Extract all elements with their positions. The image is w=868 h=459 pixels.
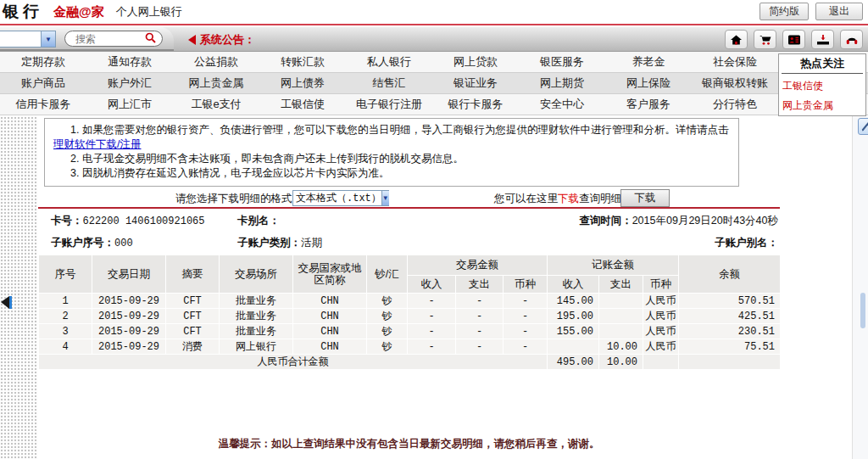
- table-cell: 155.00: [548, 324, 599, 339]
- main-content: 1. 如果您需要对您的银行资产、负债进行管理，您可以下载您的当日明细，导入工商银…: [38, 116, 852, 459]
- contacts-icon[interactable]: [782, 30, 805, 49]
- account-info-row-1: 卡号：622200 1406100921065 卡别名： 查询时间：2015年0…: [38, 214, 780, 228]
- nav-item[interactable]: 网上期货: [519, 76, 605, 91]
- nav-item[interactable]: 结售汇: [346, 76, 432, 91]
- download-button[interactable]: 下载: [620, 189, 670, 207]
- table-cell: -: [504, 309, 548, 324]
- nav-item[interactable]: 工银信使: [259, 97, 346, 112]
- logout-button[interactable]: 退出: [815, 3, 863, 20]
- nav-item[interactable]: 网上汇市: [86, 97, 173, 112]
- product-title: 个人网上银行: [116, 4, 182, 20]
- nav-item[interactable]: 网上保险: [605, 76, 692, 91]
- format-label: 请您选择下载明细的格式: [175, 192, 292, 206]
- nav-item[interactable]: 网上贵金属: [173, 76, 259, 91]
- table-row: 12015-09-29CFT批量业务CHN钞---145.00人民币570.51: [39, 294, 781, 309]
- left-gutter: [0, 116, 38, 459]
- table-cell: 人民币: [643, 294, 679, 309]
- shopping-cart-icon[interactable]: [754, 30, 776, 49]
- card-alias-label: 卡别名：: [237, 215, 280, 227]
- col-summary: 摘要: [166, 255, 220, 294]
- total-expense: 10.00: [599, 355, 643, 370]
- table-cell: 消费: [166, 339, 220, 355]
- nav-item[interactable]: 银证业务: [432, 76, 519, 91]
- chevron-down-icon[interactable]: ▼: [381, 191, 389, 205]
- search-box[interactable]: [64, 31, 163, 47]
- col-txn-income: 收入: [408, 276, 456, 294]
- nav-item[interactable]: 公益捐款: [173, 54, 259, 70]
- table-cell: [599, 324, 643, 339]
- nav-item[interactable]: 信用卡服务: [0, 97, 86, 112]
- download-link[interactable]: 下载: [558, 193, 579, 204]
- red-separator: [38, 207, 780, 209]
- mail-download-icon[interactable]: [811, 30, 834, 49]
- nav-item[interactable]: 银行卡服务: [432, 97, 519, 112]
- announcement-speaker-icon: [188, 35, 196, 45]
- scrollbar-thumb[interactable]: [860, 293, 865, 328]
- nav-item[interactable]: 私人银行: [346, 54, 432, 70]
- nav-item[interactable]: 账户商品: [0, 76, 86, 91]
- nav-item[interactable]: 账户外汇: [86, 76, 173, 91]
- chevron-down-icon[interactable]: ▼: [41, 31, 55, 47]
- nav-row: 信用卡服务网上汇市工银e支付工银信使电子银行注册银行卡服务安全中心客户服务分行特…: [0, 94, 868, 115]
- table-cell: [599, 294, 643, 309]
- table-cell: 人民币: [643, 339, 679, 355]
- nav-item[interactable]: 转账汇款: [259, 54, 346, 70]
- table-cell: 2015-09-29: [92, 294, 166, 309]
- hot-topic-link[interactable]: 网上贵金属: [779, 93, 865, 113]
- table-cell: CHN: [293, 324, 367, 339]
- nav-menu: 定期存款通知存款公益捐款转账汇款私人银行网上贷款银医服务养老金社会保险账户商品账…: [0, 51, 868, 115]
- table-cell: 2015-09-29: [92, 339, 166, 355]
- table-cell: CFT: [166, 309, 220, 324]
- total-label: 人民币合计金额: [39, 355, 548, 370]
- table-cell: -: [456, 339, 504, 355]
- table-cell: -: [456, 324, 504, 339]
- home-icon[interactable]: [725, 30, 748, 49]
- nav-item[interactable]: 养老金: [605, 54, 692, 70]
- personal-online-banking-page: 银行 金融@家 个人网上银行 简约版 退出 ▼ 系统公告：: [0, 0, 868, 459]
- download-bar: 请您选择下载明细的格式 文本格式（.txt） ▼ 您可以在这里下载查询明细结果 …: [38, 189, 780, 208]
- nav-item[interactable]: 通知存款: [86, 54, 173, 70]
- table-cell: 2015-09-29: [92, 324, 166, 339]
- warm-tip: 温馨提示：如以上查询结果中没有包含当日最新交易明细，请您稍后再查，谢谢。: [38, 437, 780, 451]
- table-cell: CHN: [293, 309, 367, 324]
- hot-topic-link[interactable]: 工银信使: [779, 74, 865, 93]
- customer-service-icon[interactable]: [840, 30, 863, 49]
- nav-item[interactable]: 电子银行注册: [346, 97, 432, 112]
- announcement-label: 系统公告：: [200, 32, 255, 48]
- hot-topics-panel: 热点关注 工银信使网上贵金属: [778, 53, 866, 116]
- format-select[interactable]: 文本格式（.txt） ▼: [292, 190, 389, 206]
- nav-item[interactable]: 分行特色: [692, 97, 778, 112]
- simple-version-button[interactable]: 简约版: [760, 3, 809, 20]
- table-cell: 145.00: [548, 294, 599, 309]
- hot-topics-list: 工银信使网上贵金属: [779, 74, 865, 113]
- col-place: 交易场所: [220, 255, 293, 294]
- query-time-value: 2015年09月29日20时43分40秒: [632, 215, 778, 227]
- finance-software-download-link[interactable]: 理财软件下载/注册: [53, 138, 141, 150]
- table-cell: -: [456, 309, 504, 324]
- table-row: 32015-09-29CFT批量业务CHN钞---155.00人民币230.51: [39, 324, 781, 339]
- edit-pencil-button[interactable]: [858, 118, 868, 135]
- brand-finance-home: 金融@家: [53, 4, 104, 20]
- table-cell: -: [408, 324, 456, 339]
- table-cell: CHN: [293, 339, 367, 355]
- nav-item[interactable]: 银商银权转账: [692, 76, 778, 91]
- nav-item[interactable]: 网上贷款: [432, 54, 519, 70]
- nav-item[interactable]: 定期存款: [0, 54, 86, 70]
- table-cell: CFT: [166, 294, 220, 309]
- col-txn-currency: 币种: [504, 276, 548, 294]
- nav-item[interactable]: 社会保险: [692, 54, 778, 70]
- nav-item[interactable]: 工银e支付: [173, 97, 259, 112]
- nav-item[interactable]: 网上债券: [259, 76, 346, 91]
- table-cell: 425.51: [679, 309, 781, 324]
- collapse-panel-arrow-icon[interactable]: [1, 296, 13, 309]
- table-row: 42015-09-29消费网上银行CHN钞---10.00人民币75.51: [39, 339, 781, 355]
- nav-item[interactable]: 银医服务: [519, 54, 605, 70]
- nav-item[interactable]: 客户服务: [605, 97, 692, 112]
- search-input[interactable]: [75, 33, 143, 45]
- bank-logo: 银行: [3, 1, 43, 23]
- nav-item[interactable]: 安全中心: [519, 97, 605, 112]
- category-dropdown[interactable]: ▼: [0, 31, 56, 48]
- table-cell: 人民币: [643, 324, 679, 339]
- search-icon[interactable]: [145, 31, 156, 47]
- table-cell: CHN: [293, 294, 367, 309]
